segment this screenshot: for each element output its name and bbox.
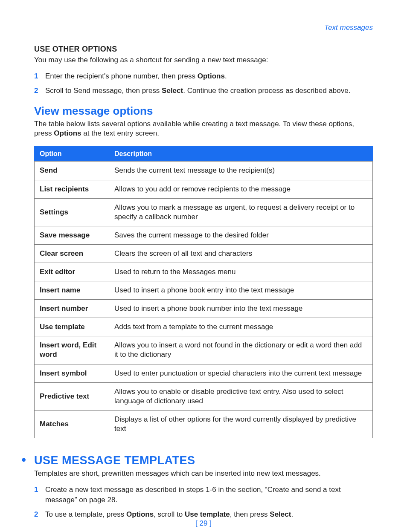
option-name: Use template	[35, 318, 109, 336]
step-bold: Use template	[185, 510, 230, 518]
list-item: 2 Scroll to Send message, then press Sel…	[34, 86, 373, 96]
option-name: Save message	[35, 226, 109, 244]
list-item: 2 To use a template, press Options, scro…	[34, 509, 373, 520]
option-description: Used to insert a phone book entry into t…	[109, 281, 373, 300]
step-number: 2	[34, 86, 38, 96]
table-row: Insert word, Edit wordAllows you to inse…	[35, 336, 373, 364]
option-description: Adds text from a template to the current…	[109, 318, 373, 336]
view-message-options-title: View message options	[34, 104, 373, 118]
use-message-templates-heading: • USE MESSAGE TEMPLATES	[34, 453, 373, 467]
table-row: Insert numberUsed to insert a phone book…	[35, 300, 373, 318]
step-text: , scroll to	[154, 510, 185, 518]
list-item: 1 Enter the recipient's phone number, th…	[34, 71, 373, 81]
option-name: Clear screen	[35, 244, 109, 263]
view-message-options-intro: The table below lists several options av…	[34, 119, 373, 139]
option-name: Exit editor	[35, 263, 109, 281]
option-name: Insert number	[35, 300, 109, 318]
option-name: Settings	[35, 198, 109, 226]
table-row: Exit editorUsed to return to the Message…	[35, 263, 373, 281]
table-row: SendSends the current text message to th…	[35, 162, 373, 180]
step-text: To use a template, press	[45, 510, 126, 518]
use-other-options-steps: 1 Enter the recipient's phone number, th…	[34, 71, 373, 96]
option-description: Used to return to the Messages menu	[109, 263, 373, 281]
option-description: Allows to you add or remove recipients t…	[109, 180, 373, 198]
step-text: Scroll to Send message, then press	[45, 87, 162, 95]
table-row: Save messageSaves the current message to…	[35, 226, 373, 244]
step-text: , then press	[230, 510, 270, 518]
table-row: Predictive textAllows you to enable or d…	[35, 382, 373, 410]
use-message-templates-title: USE MESSAGE TEMPLATES	[34, 454, 195, 467]
options-table: Option Description SendSends the current…	[34, 146, 373, 438]
step-bold: Select	[270, 510, 291, 518]
templates-intro: Templates are short, prewritten messages…	[34, 469, 373, 479]
table-header-option: Option	[35, 147, 109, 162]
header-topic: Text messages	[34, 23, 373, 32]
table-header-row: Option Description	[35, 147, 373, 162]
option-description: Clears the screen of all text and charac…	[109, 244, 373, 263]
templates-steps: 1 Create a new text message as described…	[34, 485, 373, 519]
page-number: [ 29 ]	[0, 519, 407, 528]
list-item: 1 Create a new text message as described…	[34, 485, 373, 505]
option-name: Insert symbol	[35, 364, 109, 382]
step-text: . Continue the creation process as descr…	[183, 87, 350, 95]
table-row: SettingsAllows you to mark a message as …	[35, 198, 373, 226]
step-number: 2	[34, 509, 38, 520]
use-other-options-intro: You may use the following as a shortcut …	[34, 55, 373, 65]
table-row: List recipientsAllows to you add or remo…	[35, 180, 373, 198]
step-bold: Select	[162, 87, 183, 95]
option-description: Sends the current text message to the re…	[109, 162, 373, 180]
step-text: .	[225, 72, 227, 80]
step-bold: Options	[126, 510, 154, 518]
option-description: Saves the current message to the desired…	[109, 226, 373, 244]
table-row: Insert symbolUsed to enter punctuation o…	[35, 364, 373, 382]
page-container: Text messages USE OTHER OPTIONS You may …	[0, 0, 407, 532]
step-text: Enter the recipient's phone number, then…	[45, 72, 198, 80]
table-row: Clear screenClears the screen of all tex…	[35, 244, 373, 263]
option-name: Matches	[35, 410, 109, 438]
option-name: List recipients	[35, 180, 109, 198]
step-text: Create a new text message as described i…	[45, 486, 341, 504]
table-row: MatchesDisplays a list of other options …	[35, 410, 373, 438]
option-description: Used to insert a phone book number into …	[109, 300, 373, 318]
intro-bold: Options	[54, 129, 81, 137]
option-name: Insert name	[35, 281, 109, 300]
option-description: Displays a list of other options for the…	[109, 410, 373, 438]
option-name: Predictive text	[35, 382, 109, 410]
table-header-description: Description	[109, 147, 373, 162]
option-description: Allows you to insert a word not found in…	[109, 336, 373, 364]
option-description: Used to enter punctuation or special cha…	[109, 364, 373, 382]
intro-text: at the text entry screen.	[81, 129, 159, 137]
option-description: Allows you to enable or disable predicti…	[109, 382, 373, 410]
step-number: 1	[34, 71, 38, 81]
use-other-options-title: USE OTHER OPTIONS	[34, 45, 373, 54]
step-number: 1	[34, 485, 38, 495]
table-row: Use templateAdds text from a template to…	[35, 318, 373, 336]
option-name: Send	[35, 162, 109, 180]
option-name: Insert word, Edit word	[35, 336, 109, 364]
table-row: Insert nameUsed to insert a phone book e…	[35, 281, 373, 300]
bullet-icon: •	[21, 453, 34, 466]
step-bold: Options	[198, 72, 225, 80]
option-description: Allows you to mark a message as urgent, …	[109, 198, 373, 226]
step-text: .	[291, 510, 293, 518]
